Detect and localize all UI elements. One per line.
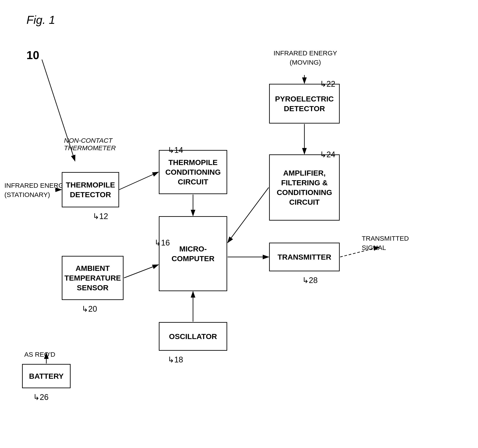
infrared-moving-label: INFRARED ENERGY(MOVING) xyxy=(274,49,337,67)
ref-24: ↳24 xyxy=(320,150,335,159)
ref-26: ↳26 xyxy=(33,393,49,402)
ref-12: ↳12 xyxy=(93,212,108,221)
figure-label: Fig. 1 xyxy=(26,13,55,26)
ref-28: ↳28 xyxy=(302,276,318,285)
transmitter-block: TRANSMITTER xyxy=(269,243,340,271)
ref-14: ↳14 xyxy=(168,145,183,155)
pyroelectric-block: PYROELECTRICDETECTOR xyxy=(269,84,340,124)
ref-16: ↳16 xyxy=(154,238,170,247)
svg-line-6 xyxy=(124,265,158,278)
ref-20: ↳20 xyxy=(82,304,97,314)
infrared-stationary-label: INFRARED ENERGY(STATIONARY) xyxy=(4,181,68,199)
svg-line-10 xyxy=(228,188,269,243)
non-contact-label: NON-CONTACTTHERMOMETER xyxy=(64,137,113,152)
transmitted-signal-label: TRANSMITTEDSIGNAL xyxy=(362,234,409,252)
diagram-arrows xyxy=(0,0,478,448)
system-number: 10 xyxy=(26,49,39,62)
amplifier-block: AMPLIFIER,FILTERING &CONDITIONINGCIRCUIT xyxy=(269,154,340,221)
ref-18: ↳18 xyxy=(168,355,183,364)
thermopile-conditioning-block: THERMOPILECONDITIONINGCIRCUIT xyxy=(159,150,227,194)
battery-block: BATTERY xyxy=(22,364,71,388)
thermopile-detector-block: THERMOPILEDETECTOR xyxy=(62,172,119,207)
ambient-sensor-block: AMBIENTTEMPERATURESENSOR xyxy=(62,256,124,300)
microcomputer-block: MICRO-COMPUTER xyxy=(159,216,227,291)
svg-line-4 xyxy=(119,172,158,190)
diagram-container: Fig. 1 10 NON-CONTACTTHERMOMETER INFRARE… xyxy=(0,0,478,448)
oscillator-block: OSCILLATOR xyxy=(159,322,227,351)
ref-22: ↳22 xyxy=(320,79,335,89)
as-reqd-label: AS REQ'D xyxy=(24,351,55,358)
